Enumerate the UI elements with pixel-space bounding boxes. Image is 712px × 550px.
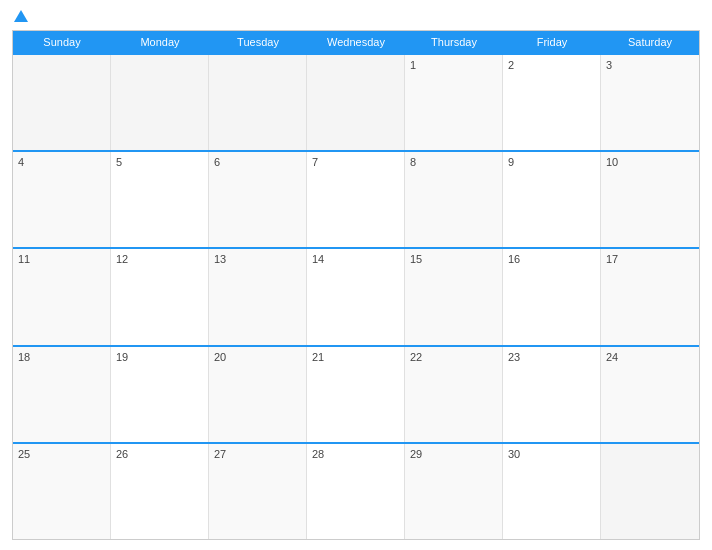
day-cell: 7 xyxy=(307,152,405,247)
day-number: 30 xyxy=(508,448,520,460)
day-number: 7 xyxy=(312,156,318,168)
day-cell: 13 xyxy=(209,249,307,344)
week-row-3: 18192021222324 xyxy=(13,345,699,442)
day-number: 14 xyxy=(312,253,324,265)
day-cell: 5 xyxy=(111,152,209,247)
day-number: 13 xyxy=(214,253,226,265)
day-name-wednesday: Wednesday xyxy=(307,31,405,53)
days-header: SundayMondayTuesdayWednesdayThursdayFrid… xyxy=(13,31,699,53)
day-number: 12 xyxy=(116,253,128,265)
day-cell: 18 xyxy=(13,347,111,442)
day-cell xyxy=(307,55,405,150)
day-number: 11 xyxy=(18,253,30,265)
day-cell: 16 xyxy=(503,249,601,344)
day-cell xyxy=(209,55,307,150)
day-name-friday: Friday xyxy=(503,31,601,53)
week-row-1: 45678910 xyxy=(13,150,699,247)
day-cell: 26 xyxy=(111,444,209,539)
day-cell: 15 xyxy=(405,249,503,344)
logo xyxy=(12,10,28,22)
day-number: 10 xyxy=(606,156,618,168)
calendar-grid: SundayMondayTuesdayWednesdayThursdayFrid… xyxy=(12,30,700,540)
day-cell: 20 xyxy=(209,347,307,442)
day-cell: 10 xyxy=(601,152,699,247)
day-number: 17 xyxy=(606,253,618,265)
day-number: 20 xyxy=(214,351,226,363)
day-name-saturday: Saturday xyxy=(601,31,699,53)
day-cell: 17 xyxy=(601,249,699,344)
day-cell xyxy=(601,444,699,539)
day-number: 4 xyxy=(18,156,24,168)
day-cell: 30 xyxy=(503,444,601,539)
weeks-container: 1234567891011121314151617181920212223242… xyxy=(13,53,699,539)
day-cell: 8 xyxy=(405,152,503,247)
day-number: 29 xyxy=(410,448,422,460)
day-cell xyxy=(111,55,209,150)
day-number: 25 xyxy=(18,448,30,460)
day-number: 16 xyxy=(508,253,520,265)
day-number: 1 xyxy=(410,59,416,71)
day-number: 5 xyxy=(116,156,122,168)
day-cell: 11 xyxy=(13,249,111,344)
day-cell: 2 xyxy=(503,55,601,150)
logo-triangle-icon xyxy=(14,10,28,22)
day-number: 15 xyxy=(410,253,422,265)
day-cell: 29 xyxy=(405,444,503,539)
day-cell: 21 xyxy=(307,347,405,442)
day-cell: 14 xyxy=(307,249,405,344)
day-number: 22 xyxy=(410,351,422,363)
day-number: 6 xyxy=(214,156,220,168)
day-cell: 1 xyxy=(405,55,503,150)
day-cell: 23 xyxy=(503,347,601,442)
day-cell: 22 xyxy=(405,347,503,442)
day-number: 9 xyxy=(508,156,514,168)
day-number: 2 xyxy=(508,59,514,71)
day-name-tuesday: Tuesday xyxy=(209,31,307,53)
day-cell: 19 xyxy=(111,347,209,442)
day-cell: 3 xyxy=(601,55,699,150)
day-cell: 28 xyxy=(307,444,405,539)
day-number: 28 xyxy=(312,448,324,460)
day-name-thursday: Thursday xyxy=(405,31,503,53)
day-number: 26 xyxy=(116,448,128,460)
day-number: 8 xyxy=(410,156,416,168)
day-cell: 27 xyxy=(209,444,307,539)
week-row-0: 123 xyxy=(13,53,699,150)
header xyxy=(12,10,700,22)
day-number: 27 xyxy=(214,448,226,460)
day-number: 24 xyxy=(606,351,618,363)
day-name-monday: Monday xyxy=(111,31,209,53)
day-cell: 25 xyxy=(13,444,111,539)
day-cell: 4 xyxy=(13,152,111,247)
calendar-page: SundayMondayTuesdayWednesdayThursdayFrid… xyxy=(0,0,712,550)
day-cell: 12 xyxy=(111,249,209,344)
day-cell: 24 xyxy=(601,347,699,442)
day-number: 23 xyxy=(508,351,520,363)
day-number: 18 xyxy=(18,351,30,363)
day-cell xyxy=(13,55,111,150)
day-number: 3 xyxy=(606,59,612,71)
day-number: 19 xyxy=(116,351,128,363)
day-number: 21 xyxy=(312,351,324,363)
week-row-4: 252627282930 xyxy=(13,442,699,539)
week-row-2: 11121314151617 xyxy=(13,247,699,344)
day-cell: 9 xyxy=(503,152,601,247)
day-cell: 6 xyxy=(209,152,307,247)
day-name-sunday: Sunday xyxy=(13,31,111,53)
